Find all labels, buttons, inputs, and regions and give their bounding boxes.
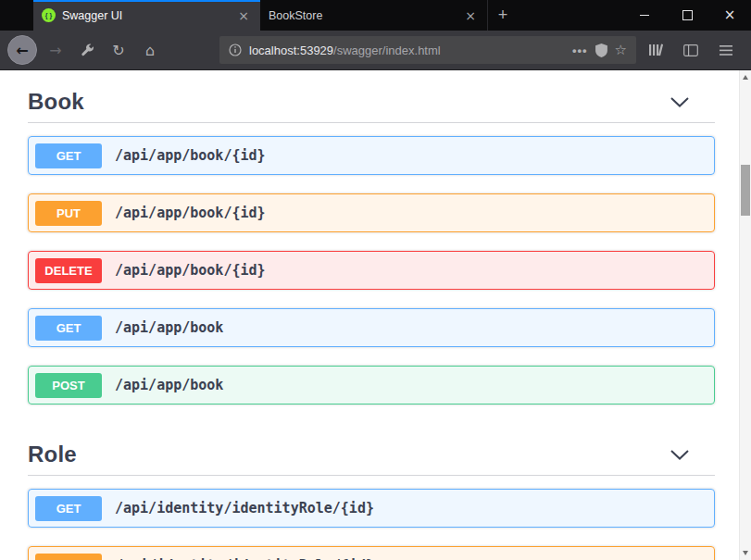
method-badge: PUT — [35, 554, 102, 560]
tab-close-icon[interactable]: × — [462, 8, 479, 23]
chevron-down-icon — [670, 450, 689, 460]
close-icon: × — [724, 8, 736, 22]
endpoint-path: /api/app/book/{id} — [115, 205, 266, 221]
endpoint-path: /api/app/book — [115, 377, 223, 393]
page-actions-icon[interactable]: ••• — [572, 44, 588, 57]
section-role: Role GET /api/identity/identityRole/{id}… — [28, 423, 715, 560]
endpoint-path: /api/app/book — [115, 319, 223, 336]
info-icon[interactable] — [229, 44, 242, 56]
swagger-favicon-icon: { } — [42, 8, 56, 22]
endpoint-path: /api/app/book/{id} — [115, 262, 266, 279]
maximize-button[interactable] — [666, 0, 708, 31]
tab-close-icon[interactable]: × — [235, 8, 252, 23]
toolbar-right-group — [640, 37, 742, 63]
new-tab-button[interactable]: + — [488, 0, 518, 31]
method-badge: GET — [35, 316, 102, 341]
endpoint-row[interactable]: GET /api/app/book/{id} — [28, 136, 715, 175]
url-host: localhost:53929 — [249, 44, 333, 57]
tab-title: BookStore — [269, 9, 456, 22]
section-header-book[interactable]: Book — [28, 70, 715, 123]
endpoint-row[interactable]: GET /api/identity/identityRole/{id} — [28, 489, 715, 528]
endpoint-row[interactable]: DELETE /api/app/book/{id} — [28, 251, 715, 290]
triangle-up-icon — [743, 75, 748, 80]
tab-title: Swagger UI — [62, 9, 229, 22]
scrollbar-up-button[interactable] — [740, 71, 750, 83]
section-title: Role — [28, 442, 77, 467]
method-badge: DELETE — [35, 258, 102, 283]
sidebar-toggle-icon[interactable] — [678, 37, 704, 63]
scrollbar-thumb[interactable] — [741, 165, 750, 216]
home-button[interactable]: ⌂ — [137, 37, 163, 63]
endpoint-path: /api/app/book/{id} — [115, 147, 266, 164]
endpoint-row[interactable]: GET /api/app/book — [28, 308, 715, 347]
maximize-icon — [682, 10, 693, 20]
tools-icon[interactable] — [74, 37, 100, 63]
wrench-icon — [81, 44, 94, 57]
url-text[interactable]: localhost:53929/swagger/index.html — [249, 44, 441, 57]
endpoint-path: /api/identity/identityRole/{id} — [115, 500, 374, 516]
minimize-button[interactable] — [623, 0, 666, 31]
forward-button[interactable]: → — [43, 37, 69, 63]
method-badge: GET — [35, 143, 102, 168]
method-badge: GET — [35, 496, 102, 521]
shield-icon[interactable] — [595, 44, 607, 57]
address-bar[interactable]: localhost:53929/swagger/index.html ••• ☆ — [219, 36, 636, 64]
section-book: Book GET /api/app/book/{id} PUT /api/app… — [28, 70, 715, 404]
endpoint-row[interactable]: PUT /api/identity/identityRole/{id} — [28, 546, 715, 560]
method-badge: PUT — [35, 201, 102, 226]
chevron-down-icon — [670, 97, 689, 107]
url-path: /swagger/index.html — [333, 44, 441, 57]
hamburger-menu-icon[interactable] — [713, 37, 739, 63]
scrollbar-down-button[interactable] — [740, 547, 750, 559]
page-content: Book GET /api/app/book/{id} PUT /api/app… — [0, 70, 751, 560]
window-controls: × — [623, 0, 751, 31]
reload-button[interactable]: ↻ — [106, 37, 131, 63]
triangle-down-icon — [743, 551, 748, 555]
tab-swagger-ui[interactable]: { } Swagger UI × — [33, 0, 260, 31]
method-badge: POST — [35, 373, 102, 398]
minimize-icon — [640, 15, 649, 16]
titlebar-spacer — [0, 0, 33, 31]
endpoint-row[interactable]: POST /api/app/book — [28, 366, 715, 404]
bookmark-star-icon[interactable]: ☆ — [615, 42, 627, 58]
section-title: Book — [28, 89, 84, 115]
page-scrollbar[interactable] — [739, 70, 751, 560]
tab-bookstore[interactable]: BookStore × — [260, 0, 488, 31]
section-header-role[interactable]: Role — [28, 423, 715, 476]
navigation-toolbar: ← → ↻ ⌂ localhost:53929/swagger/index.ht… — [0, 31, 751, 70]
back-button[interactable]: ← — [7, 35, 37, 65]
endpoint-row[interactable]: PUT /api/app/book/{id} — [28, 193, 715, 232]
close-button[interactable]: × — [708, 0, 751, 31]
browser-window: { } Swagger UI × BookStore × + × ← → ↻ ⌂ — [0, 0, 751, 560]
library-icon[interactable] — [643, 37, 669, 63]
titlebar: { } Swagger UI × BookStore × + × — [0, 0, 751, 31]
